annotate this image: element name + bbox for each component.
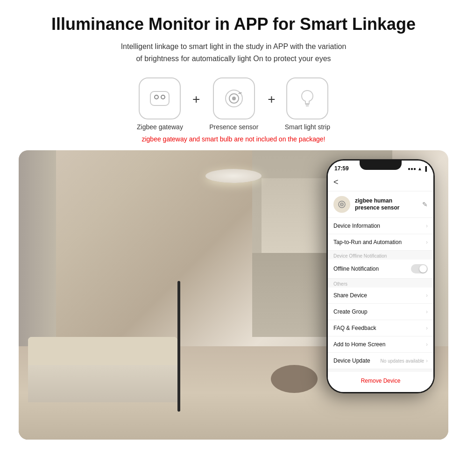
zigbee-gateway-icon [148, 87, 171, 110]
sofa-back [28, 337, 177, 365]
menu-item-add-home-screen[interactable]: Add to Home Screen › [328, 336, 433, 353]
menu-item-tap-to-run[interactable]: Tap-to-Run and Automation › [328, 234, 433, 251]
presence-sensor-label: Presence sensor [209, 123, 258, 131]
chevron-add-home: › [426, 341, 428, 348]
offline-notification-toggle[interactable] [411, 264, 428, 273]
devices-row: Zigbee gateway + Presence sensor + [19, 77, 448, 131]
wifi-icon: ▲ [417, 166, 422, 171]
device-zigbee-gateway: Zigbee gateway [137, 77, 183, 131]
coffee-table [271, 365, 318, 393]
menu-item-share-device[interactable]: Share Device › [328, 287, 433, 304]
battery-icon: ▐ [424, 166, 427, 171]
phone-top-nav: < [328, 174, 433, 191]
warning-text: zigbee gateway and smart bulb are not in… [19, 135, 448, 143]
menu-item-device-information[interactable]: Device Information › [328, 218, 433, 234]
svg-point-2 [161, 95, 165, 99]
smart-light-icon [296, 87, 319, 110]
zigbee-gateway-icon-box [139, 77, 181, 119]
plus-icon-2: + [268, 92, 275, 107]
presence-sensor-icon-box [213, 77, 255, 119]
edit-icon[interactable]: ✎ [422, 201, 428, 208]
sofa [28, 337, 177, 402]
plus-icon-1: + [192, 92, 200, 107]
content-area: 17:59 ●●● ▲ ▐ < [19, 150, 448, 440]
status-time: 17:59 [334, 165, 349, 172]
smart-light-label: Smart light strip [285, 123, 330, 131]
menu-item-offline-notification[interactable]: Offline Notification [328, 259, 433, 279]
chevron-share-device: › [426, 292, 428, 299]
status-icons: ●●● ▲ ▐ [408, 166, 427, 171]
svg-point-5 [232, 97, 236, 100]
section-header-others: Others [328, 279, 433, 287]
menu-item-faq-feedback[interactable]: FAQ & Feedback › [328, 320, 433, 336]
phone-content: < zigbee human presence sensor [328, 174, 433, 392]
page-title: Illuminance Monitor in APP for Smart Lin… [19, 14, 448, 34]
menu-list: Device Information › Tap-to-Run and Auto… [328, 218, 433, 390]
remove-device-button[interactable]: Remove Device [328, 372, 433, 390]
svg-line-6 [239, 92, 240, 94]
chevron-tap-to-run: › [426, 239, 428, 245]
chevron-device-info: › [426, 223, 428, 229]
lamp-pole [177, 281, 180, 412]
ceiling-light [205, 169, 262, 183]
device-name-text: zigbee human presence sensor [355, 197, 422, 212]
device-smart-light: Smart light strip [285, 77, 330, 131]
phone-notch [360, 160, 402, 170]
signal-icon: ●●● [408, 166, 416, 171]
menu-item-create-group[interactable]: Create Group › [328, 304, 433, 320]
section-header-offline: Device Offline Notification [328, 251, 433, 259]
page-subtitle: Intelligent linkage to smart light in th… [19, 41, 448, 64]
svg-rect-0 [150, 91, 169, 105]
sensor-avatar-icon [337, 200, 347, 209]
page-wrapper: Illuminance Monitor in APP for Smart Lin… [0, 0, 467, 449]
device-info-header: zigbee human presence sensor ✎ [328, 191, 433, 218]
chevron-faq: › [426, 325, 428, 331]
svg-point-12 [341, 204, 342, 205]
device-avatar [333, 196, 350, 213]
chevron-device-update: › [426, 357, 428, 364]
device-update-right: No updates available › [381, 357, 428, 364]
phone-screen: 17:59 ●●● ▲ ▐ < [328, 161, 433, 392]
chevron-create-group: › [426, 308, 428, 315]
smart-light-icon-box [286, 77, 328, 119]
back-arrow-icon[interactable]: < [333, 177, 339, 187]
phone-mockup: 17:59 ●●● ▲ ▐ < [327, 160, 434, 393]
svg-point-1 [155, 95, 158, 99]
device-presence-sensor: Presence sensor [209, 77, 258, 131]
zigbee-gateway-label: Zigbee gateway [137, 123, 183, 131]
presence-sensor-icon [222, 87, 246, 110]
menu-item-device-update[interactable]: Device Update No updates available › [328, 353, 433, 369]
